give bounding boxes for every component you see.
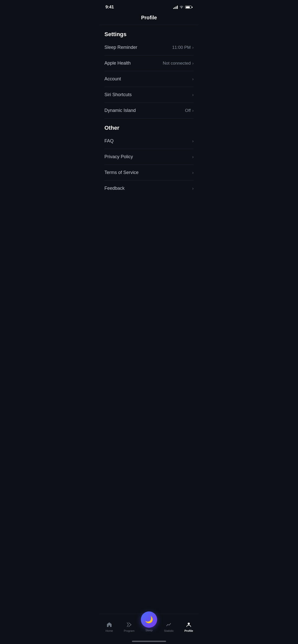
chevron-icon: › xyxy=(192,139,194,143)
privacy-policy-value-group: › xyxy=(192,155,194,159)
account-value-group: › xyxy=(192,77,194,81)
chevron-icon: › xyxy=(192,155,194,159)
chevron-icon: › xyxy=(192,61,194,66)
sleep-reminder-value: 11:00 PM xyxy=(172,45,191,50)
privacy-policy-item[interactable]: Privacy Policy › xyxy=(104,149,194,165)
status-icons xyxy=(173,5,193,9)
feedback-item[interactable]: Feedback › xyxy=(104,181,194,196)
other-section-title: Other xyxy=(104,119,194,133)
page-title: Profile xyxy=(104,15,194,21)
apple-health-item[interactable]: Apple Health Not connected › xyxy=(104,55,194,71)
dynamic-island-item[interactable]: Dynamic Island Off › xyxy=(104,103,194,119)
account-label: Account xyxy=(104,76,121,82)
chevron-icon: › xyxy=(192,93,194,97)
chevron-icon: › xyxy=(192,108,194,113)
sleep-reminder-label: Sleep Reminder xyxy=(104,45,137,50)
terms-of-service-label: Terms of Service xyxy=(104,170,139,175)
feedback-value-group: › xyxy=(192,186,194,191)
apple-health-value-group: Not connected › xyxy=(163,61,194,66)
settings-section-title: Settings xyxy=(104,25,194,40)
dynamic-island-label: Dynamic Island xyxy=(104,108,136,113)
page-header: Profile xyxy=(99,13,199,25)
siri-shortcuts-value-group: › xyxy=(192,93,194,97)
privacy-policy-label: Privacy Policy xyxy=(104,154,133,159)
dynamic-island-value-group: Off › xyxy=(185,108,194,113)
chevron-icon: › xyxy=(192,45,194,50)
chevron-icon: › xyxy=(192,186,194,191)
feedback-label: Feedback xyxy=(104,186,125,191)
terms-of-service-item[interactable]: Terms of Service › xyxy=(104,165,194,181)
siri-shortcuts-item[interactable]: Siri Shortcuts › xyxy=(104,87,194,103)
battery-icon xyxy=(185,6,193,9)
signal-bars-icon xyxy=(173,6,178,9)
faq-item[interactable]: FAQ › xyxy=(104,133,194,149)
chevron-icon: › xyxy=(192,77,194,81)
siri-shortcuts-label: Siri Shortcuts xyxy=(104,92,132,97)
chevron-icon: › xyxy=(192,170,194,175)
sleep-reminder-value-group: 11:00 PM › xyxy=(172,45,194,50)
faq-value-group: › xyxy=(192,139,194,143)
status-time: 9:41 xyxy=(105,5,114,10)
content-area: Settings Sleep Reminder 11:00 PM › Apple… xyxy=(99,25,199,227)
wifi-icon xyxy=(179,5,184,9)
sleep-reminder-item[interactable]: Sleep Reminder 11:00 PM › xyxy=(104,40,194,55)
apple-health-value: Not connected xyxy=(163,61,191,66)
apple-health-label: Apple Health xyxy=(104,61,131,66)
faq-label: FAQ xyxy=(104,138,114,144)
terms-of-service-value-group: › xyxy=(192,170,194,175)
status-bar: 9:41 xyxy=(99,0,199,13)
dynamic-island-value: Off xyxy=(185,108,191,113)
account-item[interactable]: Account › xyxy=(104,71,194,87)
